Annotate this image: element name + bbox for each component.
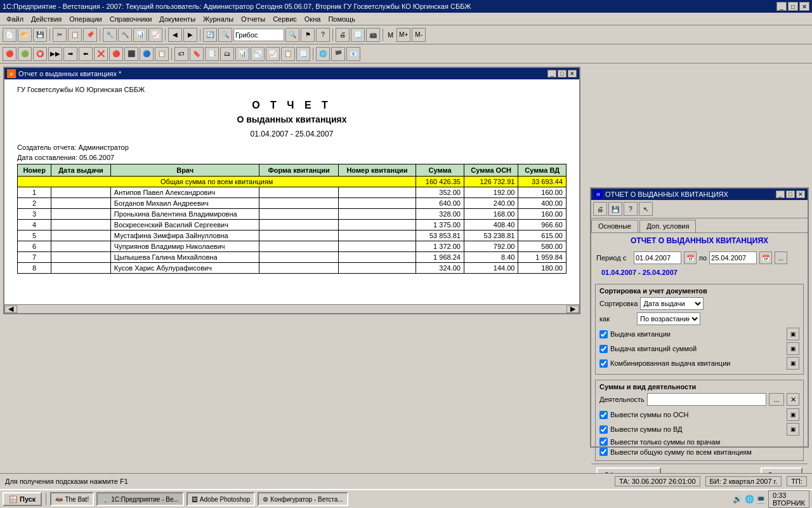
- close-btn[interactable]: ✕: [799, 2, 809, 11]
- tb-btn1[interactable]: 🔧: [103, 28, 117, 42]
- tb-open[interactable]: 📂: [18, 28, 32, 42]
- tb2-btn20[interactable]: 📃: [296, 47, 310, 61]
- tb-paste[interactable]: 📌: [83, 28, 97, 42]
- tb2-btn1[interactable]: 🔴: [3, 47, 16, 61]
- tb-fax[interactable]: 📠: [366, 28, 380, 42]
- menu-windows[interactable]: Окна: [301, 14, 325, 24]
- params-maximize-btn[interactable]: □: [786, 190, 795, 198]
- deyt-input[interactable]: [647, 393, 766, 406]
- cb-vydacha-icon-btn[interactable]: ▣: [787, 328, 799, 340]
- taskbar-item-1c[interactable]: 🏢 1С:Предприятие - Ве...: [96, 492, 184, 506]
- scroll-right-btn[interactable]: ▶: [566, 305, 579, 313]
- deyt-clear-btn[interactable]: ✕: [787, 393, 799, 406]
- params-close-btn[interactable]: ✕: [796, 190, 805, 198]
- tb-save[interactable]: 💾: [33, 28, 47, 42]
- report-close-btn[interactable]: ✕: [568, 70, 577, 77]
- h-scrollbar[interactable]: ◀ ▶: [4, 304, 579, 313]
- deyt-dots-btn[interactable]: ...: [769, 393, 784, 406]
- menu-references[interactable]: Справочники: [106, 14, 156, 24]
- tb-btn4[interactable]: 📈: [148, 28, 162, 42]
- tb-copy[interactable]: 📋: [68, 28, 82, 42]
- cb-kombi[interactable]: [599, 359, 608, 368]
- tb-back[interactable]: ◀: [168, 28, 182, 42]
- tb2-btn19[interactable]: 📋: [281, 47, 295, 61]
- cb-total[interactable]: [599, 448, 608, 456]
- cb-osn[interactable]: [599, 411, 608, 419]
- params-tb-print[interactable]: 🖨: [593, 202, 607, 216]
- menu-operations[interactable]: Операции: [65, 14, 105, 24]
- minimize-btn[interactable]: _: [776, 2, 787, 11]
- taskbar-item-bat[interactable]: 🦇 The Bat!: [50, 492, 94, 506]
- params-tb-help[interactable]: ?: [624, 202, 638, 216]
- cb-vydacha[interactable]: [599, 330, 608, 338]
- params-tb-save[interactable]: 💾: [608, 202, 622, 216]
- tb2-btn18[interactable]: 📈: [266, 47, 280, 61]
- start-button[interactable]: 🪟 Пуск: [3, 492, 42, 506]
- report-maximize-btn[interactable]: □: [558, 70, 566, 77]
- tb2-btn13[interactable]: 🔖: [190, 47, 204, 61]
- tb2-btn5[interactable]: ➡: [63, 47, 77, 61]
- sort-order-select[interactable]: По возрастанию: [637, 312, 700, 325]
- cb-vrach[interactable]: [599, 438, 608, 446]
- tb-btn3[interactable]: 📊: [133, 28, 147, 42]
- menu-journals[interactable]: Журналы: [199, 14, 237, 24]
- period-from-input[interactable]: [634, 251, 681, 264]
- tb-mplus[interactable]: M+: [396, 28, 410, 42]
- tb2-btn12[interactable]: 🏷: [174, 47, 188, 61]
- menu-actions[interactable]: Действия: [27, 14, 65, 24]
- tb2-btn17[interactable]: 📉: [251, 47, 265, 61]
- tb2-btn9[interactable]: ⬛: [124, 47, 138, 61]
- tab-extra[interactable]: Доп. условия: [639, 220, 696, 232]
- tb-help[interactable]: ?: [316, 28, 330, 42]
- tb2-btn7[interactable]: ❌: [94, 47, 108, 61]
- menu-reports[interactable]: Отчеты: [237, 14, 269, 24]
- maximize-btn[interactable]: □: [788, 2, 798, 11]
- params-minimize-btn[interactable]: _: [776, 190, 785, 198]
- tb2-btn16[interactable]: 📊: [235, 47, 249, 61]
- tb2-btn11[interactable]: 📋: [155, 47, 169, 61]
- menu-service[interactable]: Сервис: [269, 14, 301, 24]
- tb-btn2[interactable]: 🔨: [118, 28, 132, 42]
- cb-osn-icon-btn[interactable]: ▣: [787, 408, 799, 421]
- menu-documents[interactable]: Документы: [155, 14, 199, 24]
- cb-summoy[interactable]: [599, 345, 608, 353]
- tb-flag[interactable]: ⚑: [301, 28, 315, 42]
- tb2-btn3[interactable]: ⭕: [33, 47, 47, 61]
- report-scroll-area[interactable]: ГУ Госветслужбы КО Юргинская СББЖ О Т Ч …: [4, 79, 579, 304]
- tb2-btn8[interactable]: 🔴: [109, 47, 123, 61]
- cb-vd[interactable]: [599, 425, 608, 434]
- tb-search[interactable]: 🔍: [218, 28, 232, 42]
- menu-file[interactable]: Файл: [3, 14, 27, 24]
- taskbar-item-photoshop[interactable]: 🖼 Adobe Photoshop: [187, 492, 256, 506]
- tb2-btn23[interactable]: 📧: [346, 47, 360, 61]
- tb-fwd[interactable]: ▶: [183, 28, 197, 42]
- tb2-btn6[interactable]: ⬅: [79, 47, 93, 61]
- period-to-calendar-btn[interactable]: 📅: [759, 251, 772, 264]
- tb2-btn22[interactable]: 🏴: [331, 47, 345, 61]
- search-input[interactable]: [233, 29, 284, 41]
- tb2-btn4[interactable]: ▶▶: [48, 47, 62, 61]
- tb-refresh[interactable]: 🔄: [203, 28, 217, 42]
- cb-summoy-icon-btn[interactable]: ▣: [787, 342, 799, 355]
- tb-mminus[interactable]: M-: [412, 28, 426, 42]
- period-extra-btn[interactable]: ...: [775, 251, 787, 264]
- tb2-btn2[interactable]: 🟢: [18, 47, 32, 61]
- period-to-input[interactable]: [709, 251, 757, 264]
- params-tb-cursor[interactable]: ↖: [639, 202, 653, 216]
- cb-vd-icon-btn[interactable]: ▣: [787, 423, 799, 436]
- tb-cut[interactable]: ✂: [53, 28, 67, 42]
- tb-search2[interactable]: 🔍: [285, 28, 299, 42]
- scroll-left-btn[interactable]: ◀: [4, 305, 17, 313]
- cb-kombi-icon-btn[interactable]: ▣: [787, 357, 799, 370]
- tb-new[interactable]: 📄: [3, 28, 16, 42]
- tb-print2[interactable]: 📃: [351, 28, 365, 42]
- taskbar-item-konfig[interactable]: ⚙ Конфигуратор - Ветста...: [258, 492, 348, 506]
- tb2-btn14[interactable]: 📑: [205, 47, 219, 61]
- tb2-btn15[interactable]: 🗂: [220, 47, 234, 61]
- sort-select[interactable]: Дата выдачи: [640, 297, 704, 310]
- tab-main[interactable]: Основные: [591, 220, 638, 232]
- tb2-btn10[interactable]: 🔵: [140, 47, 154, 61]
- tb-print[interactable]: 🖨: [336, 28, 350, 42]
- tb2-btn21[interactable]: 🌐: [316, 47, 330, 61]
- menu-help[interactable]: Помощь: [324, 14, 359, 24]
